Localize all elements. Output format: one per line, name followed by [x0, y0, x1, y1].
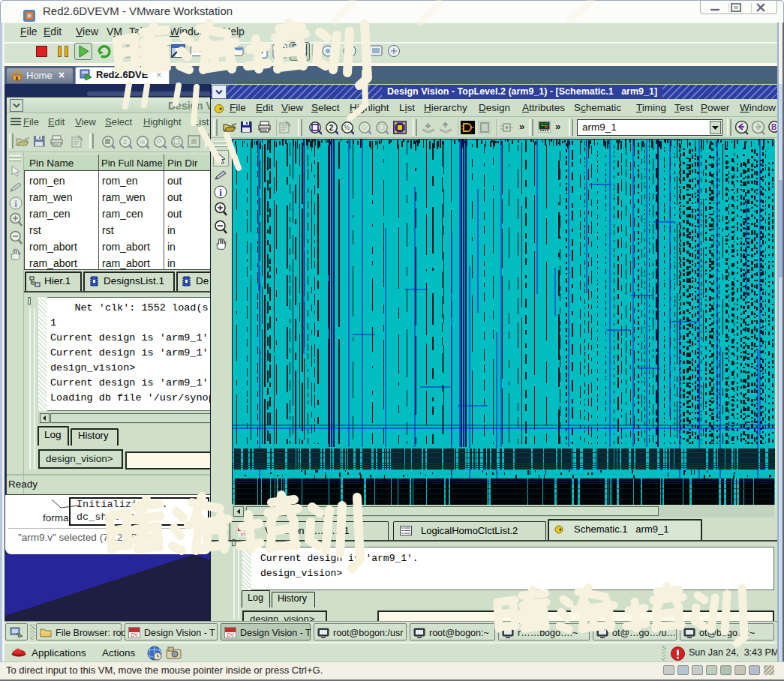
svg-text:i: i [219, 187, 222, 198]
svg-text:½: ½ [344, 124, 350, 131]
svg-text:2: 2 [329, 124, 334, 132]
svg-text:DV: DV [131, 632, 138, 638]
svg-text:DR: DR [240, 526, 247, 531]
svg-text:Y?: Y? [241, 532, 247, 537]
svg-text:½: ½ [140, 139, 145, 146]
svg-text:i: i [14, 198, 17, 209]
svg-text:2: 2 [123, 138, 127, 146]
svg-text:DV: DV [227, 632, 234, 638]
svg-text:B: B [771, 123, 776, 131]
